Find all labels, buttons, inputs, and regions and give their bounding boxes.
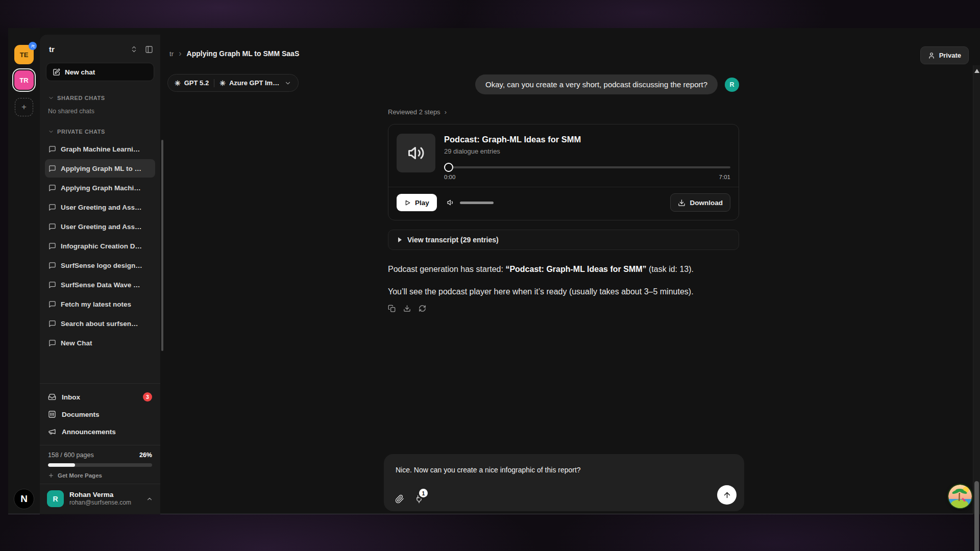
new-chat-label: New chat	[65, 68, 95, 76]
total-time: 7:01	[719, 174, 730, 180]
sidebar-chat-item[interactable]: Search about surfsen…	[45, 314, 155, 333]
shared-chats-empty: No shared chats	[40, 108, 160, 115]
sidebar-chat-item[interactable]: Applying Graph Machi…	[45, 179, 155, 197]
workspace-tr-label: TR	[19, 77, 28, 84]
workspace-notification-badge	[29, 42, 37, 50]
add-workspace-button[interactable]: +	[15, 98, 33, 116]
workspace-tr-button[interactable]: TR	[14, 70, 34, 90]
scrollbar-thumb[interactable]	[974, 481, 979, 551]
regenerate-button[interactable]	[419, 305, 426, 312]
palm-island-sticker[interactable]	[948, 485, 972, 508]
podcast-player-card: Podcast: Graph-ML Ideas for SMM 29 dialo…	[388, 124, 739, 220]
triangle-right-icon	[398, 237, 402, 242]
sidebar-footer: Inbox 3 Documents Announcements 1	[40, 383, 160, 514]
pages-progress-bar	[48, 463, 152, 467]
arrow-up-icon	[723, 491, 731, 499]
chat-bubble-icon	[48, 262, 56, 269]
sidebar-chat-item[interactable]: User Greeting and Ass…	[45, 217, 155, 236]
user-message-bubble: Okay, can you create a very short, podca…	[475, 74, 718, 94]
private-chats-header[interactable]: PRIVATE CHATS	[40, 129, 160, 135]
documents-icon	[48, 410, 56, 418]
chat-list-scrollbar[interactable]	[161, 140, 163, 351]
sidebar-item-inbox[interactable]: Inbox 3	[40, 388, 160, 406]
reviewed-steps-toggle[interactable]: Reviewed 2 steps ›	[388, 108, 739, 116]
workspace-name[interactable]: tr	[49, 45, 130, 54]
chat-bubble-icon	[48, 184, 56, 192]
shared-chats-header[interactable]: SHARED CHATS	[40, 95, 160, 101]
sidebar-chat-item[interactable]: SurfSense Data Wave …	[45, 276, 155, 294]
download-icon	[403, 305, 411, 312]
composer[interactable]: Nice. Now can you create a nice infograp…	[384, 454, 744, 511]
chevron-down-icon	[48, 129, 54, 135]
chat-bubble-icon	[48, 242, 56, 250]
speaker-icon	[407, 144, 425, 162]
sidebar-chat-item-selected[interactable]: Applying Graph ML to …	[45, 159, 155, 178]
chat-bubble-icon	[48, 204, 56, 211]
connectors-button[interactable]: 1	[414, 494, 424, 504]
sidebar: tr New chat SHARED CHATS No shared chats…	[40, 35, 160, 514]
breadcrumb-workspace[interactable]: tr	[169, 50, 174, 58]
user-message-avatar: R	[725, 78, 739, 92]
composer-input[interactable]: Nice. Now can you create a nice infograp…	[396, 466, 732, 474]
sidebar-chat-item[interactable]: Fetch my latest notes	[45, 295, 155, 313]
play-button[interactable]: Play	[397, 194, 437, 211]
podcast-seek-slider[interactable]	[444, 163, 730, 172]
new-chat-button[interactable]: New chat	[46, 63, 154, 81]
send-button[interactable]	[717, 485, 737, 505]
pages-usage-percent: 26%	[139, 452, 152, 459]
screen: TE TR + N tr	[0, 0, 980, 551]
sidebar-chat-item[interactable]: New Chat	[45, 334, 155, 352]
megaphone-icon	[48, 428, 56, 436]
download-button[interactable]: Download	[670, 193, 731, 212]
assistant-message: You’ll see the podcast player here when …	[388, 286, 739, 297]
chat-bubble-icon	[48, 165, 56, 172]
user-menu[interactable]: R Rohan Verma rohan@surfsense.com	[40, 484, 160, 514]
get-more-pages-button[interactable]: Get More Pages	[48, 472, 152, 479]
play-icon	[404, 199, 411, 206]
sidebar-item-announcements[interactable]: Announcements	[40, 423, 160, 440]
sidebar-chat-item[interactable]: User Greeting and Ass…	[45, 198, 155, 216]
sidebar-chat-item[interactable]: SurfSense logo design…	[45, 256, 155, 274]
user-email: rohan@surfsense.com	[69, 499, 140, 507]
download-message-button[interactable]	[403, 305, 411, 312]
seek-track	[444, 166, 730, 168]
sidebar-header: tr	[40, 35, 160, 59]
model-secondary[interactable]: ✳ Azure GPT Im…	[219, 79, 279, 87]
chat-bubble-icon	[48, 339, 56, 347]
chevron-right-icon: ›	[445, 108, 447, 116]
inbox-icon	[48, 393, 56, 401]
scroll-up-arrow[interactable]	[974, 69, 979, 73]
attach-file-button[interactable]	[395, 494, 404, 504]
copy-icon	[388, 305, 396, 312]
person-icon	[928, 52, 935, 59]
window-scrollbar[interactable]	[973, 65, 980, 514]
nextjs-logo[interactable]: N	[14, 489, 34, 509]
podcast-title: Podcast: Graph-ML Ideas for SMM	[444, 135, 730, 144]
pages-progress-fill	[48, 463, 75, 467]
sidebar-item-documents[interactable]: Documents	[40, 406, 160, 423]
workspace-te-button[interactable]: TE	[14, 45, 34, 64]
pages-usage-text: 158 / 600 pages	[48, 452, 94, 459]
workspace-te-label: TE	[20, 51, 29, 59]
volume-icon[interactable]	[447, 198, 455, 207]
sidebar-chat-item[interactable]: Graph Machine Learni…	[45, 140, 155, 158]
workspace-rail: TE TR + N	[8, 28, 40, 514]
plus-icon	[48, 472, 54, 479]
seek-thumb[interactable]	[444, 163, 453, 172]
model-primary[interactable]: ✳ GPT 5.2	[175, 79, 209, 87]
copy-button[interactable]	[388, 305, 396, 312]
user-avatar: R	[47, 490, 64, 507]
refresh-icon	[419, 305, 426, 312]
panel-toggle-icon[interactable]	[145, 45, 153, 54]
openai-logo-icon: ✳	[175, 80, 181, 87]
user-message-row: Okay, can you create a very short, podca…	[388, 74, 739, 94]
palm-island-icon	[948, 485, 972, 508]
chevrons-up-down-icon[interactable]	[130, 45, 138, 53]
sidebar-chat-item[interactable]: Infographic Creation D…	[45, 237, 155, 255]
podcast-artwork	[397, 134, 435, 172]
chevron-right-icon: ›	[179, 49, 181, 58]
model-selector[interactable]: ✳ GPT 5.2 ✳ Azure GPT Im…	[167, 74, 299, 92]
volume-slider[interactable]	[460, 202, 494, 204]
private-visibility-button[interactable]: Private	[920, 46, 969, 64]
view-transcript-toggle[interactable]: View transcript (29 entries)	[388, 230, 739, 250]
